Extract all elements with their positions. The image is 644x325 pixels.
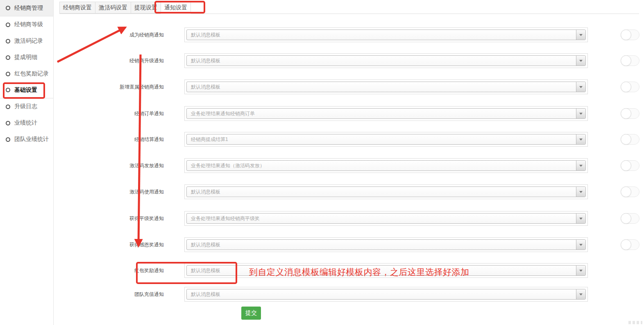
dropdown-arrow-icon[interactable] [576,82,585,92]
field-label: 激活码发放通知 [59,158,174,173]
sidebar-item-label: 基础设置 [14,86,37,94]
toggle-knob [621,160,631,171]
template-select[interactable]: 业务处理结果通知经销商订单 [184,106,588,121]
notify-toggle[interactable] [621,239,639,250]
selected-template-value: 默认消息模板 [187,189,220,195]
template-select[interactable]: 默认消息模板 [184,237,588,252]
form-row: 激活码发放通知 业务处理结果通知（激活码发放） [59,158,644,173]
submit-button[interactable]: 提交 [241,307,261,320]
dropdown-arrow-icon[interactable] [576,161,585,170]
sidebar-item-3[interactable]: 提成明细 [0,49,53,66]
template-select[interactable]: 业务处理结果通知（激活码发放） [184,158,588,173]
notify-toggle[interactable] [621,55,639,66]
sidebar-item-2[interactable]: 激活码记录 [0,33,53,49]
template-select[interactable]: 经销商提成结算1 [184,132,588,147]
sidebar-item-label: 升级日志 [14,103,37,110]
radio-circle-icon [6,121,10,125]
radio-circle-icon [6,72,10,76]
dropdown-arrow-icon[interactable] [576,240,585,250]
field-label: 团队充值通知 [59,287,174,302]
selected-template-value: 默认消息模板 [187,241,220,248]
sidebar-item-label: 激活码记录 [14,37,43,45]
sidebar-item-label: 红包奖励记录 [14,70,49,77]
template-select[interactable]: 默认消息模板 [184,53,588,68]
selected-template-value: 业务处理结果通知经销商平级奖 [187,215,260,222]
dropdown-arrow-icon[interactable] [576,214,585,223]
field-label: 经销商升级通知 [59,53,174,68]
field-label: 经销订单通知 [59,106,174,121]
selected-template-value: 默认消息模板 [187,32,220,39]
tab-label: 通知设置 [164,4,187,11]
selected-template-value: 业务处理结果通知经销商订单 [187,110,255,117]
notify-toggle[interactable] [621,160,639,171]
sidebar-item-7[interactable]: 业绩统计 [0,115,53,131]
sidebar-item-0[interactable]: 经销商管理 [0,0,53,16]
template-select[interactable]: 默认消息模板 [184,80,588,94]
field-label: 经销结算通知 [59,132,174,147]
form-row: 新增直属经销商通知 默认消息模板 [59,80,644,94]
toggle-knob [621,82,631,92]
selected-template-value: 经销商提成结算1 [187,136,228,143]
radio-circle-icon [6,55,10,60]
form-row: 经销商升级通知 默认消息模板 [59,53,644,68]
dropdown-arrow-icon[interactable] [576,289,585,299]
template-select[interactable]: 默认消息模板 [184,27,588,42]
notify-toggle[interactable] [621,30,639,40]
caret-down-icon [579,244,583,246]
form-row: 获得感恩奖通知 默认消息模板 [59,237,644,252]
select-box[interactable]: 默认消息模板 [186,186,586,197]
field-label: 新增直属经销商通知 [59,80,174,94]
sidebar-item-4[interactable]: 红包奖励记录 [0,66,53,82]
sidebar: 经销商管理 经销商等级 激活码记录 提成明细 红包奖励记录 基础设置 升级日志 … [0,0,54,325]
select-box[interactable]: 业务处理结果通知（激活码发放） [186,160,586,171]
toggle-knob [621,239,631,250]
select-box[interactable]: 默认消息模板 [186,265,586,276]
field-label: 成为经销商通知 [59,27,174,42]
template-select[interactable]: 默认消息模板 [184,184,588,199]
sidebar-item-6[interactable]: 升级日志 [0,98,53,115]
select-box[interactable]: 默认消息模板 [186,55,586,66]
select-box[interactable]: 业务处理结果通知经销商平级奖 [186,213,586,224]
caret-down-icon [579,293,583,295]
notify-toggle[interactable] [621,82,639,92]
dropdown-arrow-icon[interactable] [576,187,585,197]
toggle-knob [621,186,631,197]
select-box[interactable]: 默认消息模板 [186,30,586,40]
dropdown-arrow-icon[interactable] [576,56,585,66]
selected-template-value: 默认消息模板 [187,84,220,91]
dropdown-arrow-icon[interactable] [576,134,585,144]
select-box[interactable]: 经销商提成结算1 [186,134,586,145]
sidebar-item-1[interactable]: 经销商等级 [0,16,53,33]
radio-circle-icon [6,105,10,109]
template-select[interactable]: 业务处理结果通知经销商平级奖 [184,211,588,226]
notify-toggle[interactable] [621,134,639,145]
notify-toggle[interactable] [621,186,639,197]
sidebar-item-5[interactable]: 基础设置 [0,82,53,98]
template-select[interactable]: 默认消息模板 [184,287,588,302]
toggle-knob [621,108,631,119]
toggle-knob [621,55,631,66]
notify-toggle[interactable] [621,213,639,224]
form-row: 激活码使用通知 默认消息模板 [59,184,644,199]
select-box[interactable]: 默认消息模板 [186,82,586,92]
form-row: 经销结算通知 经销商提成结算1 [59,132,644,147]
form-row: 团队充值通知 默认消息模板 [59,287,644,302]
caret-down-icon [579,218,583,220]
settings-tab-3[interactable]: 通知设置 [161,2,191,14]
select-box[interactable]: 默认消息模板 [186,289,586,300]
dropdown-arrow-icon[interactable] [576,30,585,40]
sidebar-item-8[interactable]: 团队业绩统计 [0,131,53,148]
radio-circle-icon [6,39,10,43]
caret-down-icon [579,113,583,115]
template-select[interactable]: 默认消息模板 [184,263,588,278]
dropdown-arrow-icon[interactable] [576,266,585,275]
radio-circle-icon [6,137,10,142]
radio-circle-icon [6,6,10,10]
field-label: 激活码使用通知 [59,184,174,199]
selected-template-value: 业务处理结果通知（激活码发放） [187,162,265,169]
notify-toggle[interactable] [621,108,639,119]
select-box[interactable]: 业务处理结果通知经销商订单 [186,108,586,119]
sidebar-item-label: 提成明细 [14,54,37,61]
dropdown-arrow-icon[interactable] [576,109,585,118]
select-box[interactable]: 默认消息模板 [186,239,586,250]
